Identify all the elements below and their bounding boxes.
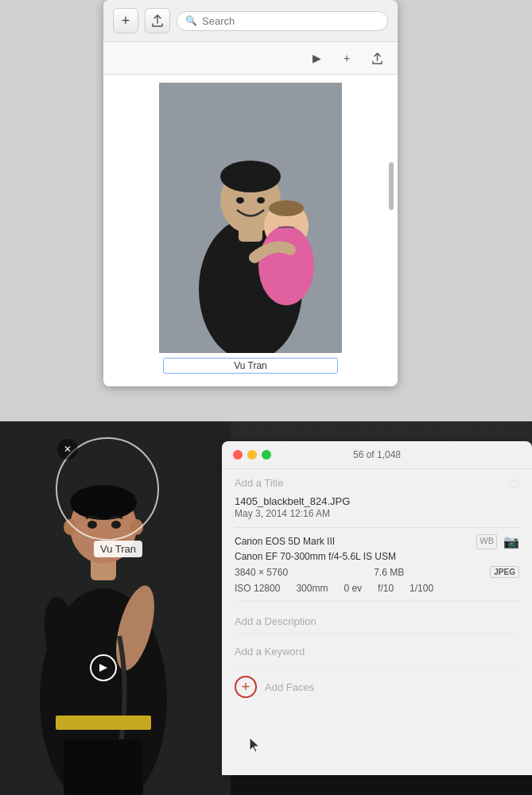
favorite-heart-icon[interactable]: ♡ xyxy=(508,477,519,492)
photo-image xyxy=(159,83,342,353)
close-face-button[interactable]: ✕ xyxy=(57,439,78,460)
minimize-dot[interactable] xyxy=(247,450,257,460)
camera-model: Canon EOS 5D Mark III xyxy=(235,534,396,549)
add-icon: + xyxy=(122,13,130,29)
svg-point-5 xyxy=(220,161,281,192)
iso-label: ISO 12800 xyxy=(235,583,280,594)
info-titlebar: 56 of 1,048 xyxy=(222,441,532,469)
bottom-section: ✕ Vu Tran 56 of 1,048 Add a Title ♡ 1405… xyxy=(0,421,532,795)
photo-counter: 56 of 1,048 xyxy=(353,449,401,460)
format-badge: JPEG xyxy=(490,566,519,578)
share-button[interactable] xyxy=(145,8,170,33)
keyword-field[interactable]: Add a Keyword xyxy=(235,639,519,665)
svg-rect-24 xyxy=(56,716,151,730)
camera-row: Canon EOS 5D Mark III Canon EF 70-300mm … xyxy=(235,534,519,564)
camera-info: Canon EOS 5D Mark III Canon EF 70-300mm … xyxy=(235,534,396,564)
svg-point-6 xyxy=(236,197,244,204)
scrollbar-thumb[interactable] xyxy=(389,162,394,210)
divider-1 xyxy=(235,527,519,528)
play-icon: ▶ xyxy=(313,52,321,64)
add-faces-row: + Add Faces xyxy=(235,673,519,698)
photos-grid: Vu Tran xyxy=(103,75,398,386)
description-field[interactable]: Add a Description xyxy=(235,609,519,634)
add-faces-label: Add Faces xyxy=(265,681,314,693)
close-icon: ✕ xyxy=(64,444,72,455)
exposure-label: 0 ev xyxy=(344,583,362,594)
share-icon xyxy=(152,14,163,27)
shutter-label: 1/100 xyxy=(410,583,433,594)
close-dot[interactable] xyxy=(233,450,243,460)
photo-thumbnail[interactable] xyxy=(159,83,342,353)
add-button[interactable]: + xyxy=(113,8,138,33)
search-bar[interactable]: 🔍 xyxy=(177,11,388,31)
exif-row: ISO 12800 300mm 0 ev f/10 1/100 xyxy=(235,583,519,601)
date-label: May 3, 2014 12:16 AM xyxy=(235,508,519,519)
info-body: Add a Title ♡ 1405_blackbelt_824.JPG May… xyxy=(222,469,532,706)
add-secondary-icon: + xyxy=(344,52,350,64)
filesize-label: 7.6 MB xyxy=(374,567,404,578)
camera-icon: 📷 xyxy=(503,534,519,549)
scrollbar-track[interactable] xyxy=(388,83,394,378)
svg-point-9 xyxy=(258,226,314,305)
filename-label: 1405_blackbelt_824.JPG xyxy=(235,495,519,507)
photo-caption[interactable]: Vu Tran xyxy=(163,358,338,374)
play-button[interactable]: ▶ xyxy=(305,47,328,69)
svg-rect-26 xyxy=(64,739,143,795)
top-photo-panel: + 🔍 ▶ + xyxy=(103,0,398,386)
dimensions-label: 3840 × 5760 xyxy=(235,567,288,578)
title-placeholder[interactable]: Add a Title xyxy=(235,477,283,489)
wb-icon: WB xyxy=(476,534,497,549)
add-secondary-button[interactable]: + xyxy=(336,47,358,69)
share-secondary-icon xyxy=(372,52,382,64)
person-name-tag: Vu Tran xyxy=(94,541,142,557)
window-controls xyxy=(233,450,271,460)
top-toolbar: + 🔍 xyxy=(103,0,398,42)
lens-info: Canon EF 70-300mm f/4-5.6L IS USM xyxy=(235,549,396,564)
search-icon: 🔍 xyxy=(185,15,197,26)
aperture-label: f/10 xyxy=(378,583,394,594)
search-input[interactable] xyxy=(202,15,379,27)
secondary-toolbar: ▶ + xyxy=(103,42,398,75)
share-secondary-button[interactable] xyxy=(366,47,388,69)
file-row: 3840 × 5760 7.6 MB JPEG xyxy=(235,566,519,578)
maximize-dot[interactable] xyxy=(262,450,271,460)
svg-point-10 xyxy=(269,200,304,216)
add-faces-icon: + xyxy=(242,680,250,694)
add-faces-button[interactable]: + xyxy=(235,676,257,698)
svg-point-7 xyxy=(257,197,265,204)
focal-length-label: 300mm xyxy=(296,583,328,594)
camera-icons: WB 📷 xyxy=(476,534,519,549)
info-panel: 56 of 1,048 Add a Title ♡ 1405_blackbelt… xyxy=(222,441,532,775)
